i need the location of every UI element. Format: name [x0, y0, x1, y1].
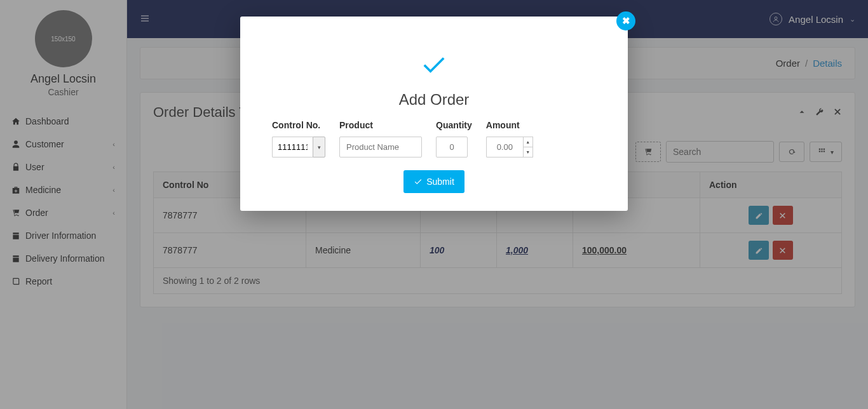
- quantity-input[interactable]: [436, 137, 468, 158]
- amount-step-up[interactable]: ▲: [524, 137, 532, 147]
- submit-button-label: Submit: [426, 177, 454, 187]
- submit-button[interactable]: Submit: [403, 170, 465, 193]
- label-quantity: Quantity: [436, 120, 472, 130]
- select-dropdown-button[interactable]: ▾: [313, 137, 325, 158]
- add-order-modal: ✖ Add Order Control No. ▾ Product Quanti…: [240, 17, 628, 211]
- modal-title: Add Order: [240, 91, 628, 109]
- modal-close-button[interactable]: ✖: [616, 11, 635, 30]
- label-product: Product: [339, 120, 422, 130]
- check-icon: [240, 17, 628, 81]
- amount-step-down[interactable]: ▼: [524, 147, 532, 157]
- amount-input[interactable]: [486, 137, 523, 158]
- product-input[interactable]: [339, 137, 422, 158]
- label-amount: Amount: [486, 120, 533, 130]
- control-no-select[interactable]: [272, 137, 313, 158]
- modal-form: Control No. ▾ Product Quantity Amount: [240, 109, 628, 170]
- label-control-no: Control No.: [272, 120, 325, 130]
